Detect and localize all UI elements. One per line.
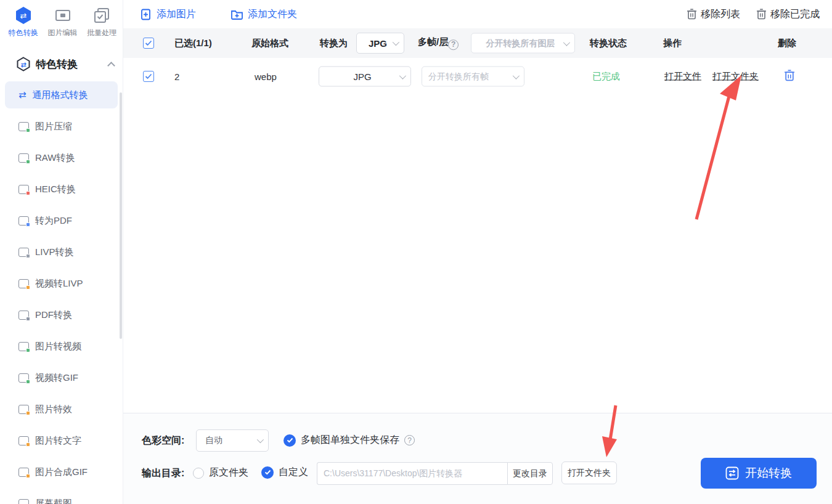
source-folder-radio[interactable] bbox=[193, 468, 204, 479]
tab-label: 特色转换 bbox=[9, 28, 38, 38]
photo-effect-icon bbox=[18, 405, 29, 414]
sidebar-item-label: LIVP转换 bbox=[35, 246, 74, 258]
row-checkbox[interactable] bbox=[143, 71, 154, 82]
help-icon[interactable]: ? bbox=[448, 39, 459, 50]
chevron-down-icon bbox=[399, 72, 406, 79]
settings-panel: 色彩空间: 自动 多帧图单独文件夹保存 ? 输出目录: 原文件夹 自定义 C:\ bbox=[123, 413, 832, 504]
color-space-value: 自动 bbox=[203, 435, 257, 446]
open-output-folder-button[interactable]: 打开文件夹 bbox=[561, 461, 617, 484]
sidebar-item-label: RAW转换 bbox=[35, 152, 75, 164]
collapse-caret-icon[interactable] bbox=[107, 62, 115, 70]
add-image-button[interactable]: 添加图片 bbox=[141, 8, 196, 21]
multi-frame-label: 多帧/层 bbox=[418, 36, 448, 47]
convert-icon bbox=[725, 466, 739, 480]
color-space-label: 色彩空间: bbox=[142, 434, 184, 447]
tab-label: 图片编辑 bbox=[48, 28, 78, 38]
add-image-label: 添加图片 bbox=[157, 8, 196, 21]
remove-list-button[interactable]: 移除列表 bbox=[687, 8, 740, 21]
source-folder-label: 原文件夹 bbox=[209, 466, 248, 479]
row-count: 2 bbox=[174, 71, 179, 82]
output-path-input[interactable]: C:\Users\31177\Desktop\图片转换器 bbox=[317, 462, 507, 485]
help-icon[interactable]: ? bbox=[404, 435, 415, 445]
row-target-format-select[interactable]: JPG bbox=[319, 67, 411, 87]
table-header: 已选(1/1) 原始格式 转换为 JPG 多帧/层? 分开转换所有图层 转换状态… bbox=[123, 28, 832, 58]
row-target-value: JPG bbox=[325, 71, 399, 82]
sidebar-item-image-to-text[interactable]: 图片转文字 bbox=[5, 427, 118, 454]
sidebar-item-image-compress[interactable]: 图片压缩 bbox=[5, 113, 118, 140]
column-source-format: 原始格式 bbox=[251, 38, 288, 49]
sidebar-item-pdf-convert[interactable]: PDF转换 bbox=[5, 301, 118, 328]
trash-icon bbox=[687, 9, 697, 20]
sidebar-item-to-pdf[interactable]: 转为PDF bbox=[5, 207, 118, 234]
app-window: ⇄ 特色转换 图片编辑 批量处理 ⇄ 特色转换 bbox=[0, 0, 832, 504]
sidebar-menu: ⇄ 通用格式转换 图片压缩 RAW转换 HEIC转换 转为PDF LIVP bbox=[0, 78, 123, 504]
trash-icon bbox=[756, 9, 767, 20]
sidebar-item-livp-convert[interactable]: LIVP转换 bbox=[5, 238, 118, 266]
sidebar-item-label: 视频转GIF bbox=[35, 372, 78, 384]
color-space-select[interactable]: 自动 bbox=[196, 429, 269, 452]
tab-image-edit[interactable]: 图片编辑 bbox=[46, 6, 80, 38]
open-folder-link[interactable]: 打开文件夹 bbox=[712, 71, 759, 83]
svg-text:⇄: ⇄ bbox=[20, 11, 27, 20]
chevron-down-icon bbox=[563, 39, 570, 46]
tab-batch-process[interactable]: 批量处理 bbox=[84, 6, 119, 38]
format-convert-icon: ⇄ bbox=[18, 89, 27, 100]
image-to-gif-icon bbox=[18, 468, 29, 477]
sidebar-item-video-to-livp[interactable]: 视频转LIVP bbox=[5, 270, 118, 297]
sidebar-item-image-to-video[interactable]: 图片转视频 bbox=[5, 333, 118, 360]
multi-frame-save-label: 多帧图单独文件夹保存 bbox=[301, 434, 399, 447]
sidebar-item-heic-convert[interactable]: HEIC转换 bbox=[5, 176, 118, 203]
sidebar-item-label: 图片转文字 bbox=[35, 435, 81, 447]
pdf-convert-icon bbox=[18, 311, 29, 320]
column-multi-frame: 多帧/层? bbox=[418, 36, 459, 50]
add-folder-button[interactable]: 添加文件夹 bbox=[230, 8, 297, 21]
chevron-down-icon bbox=[513, 72, 520, 79]
remove-done-button[interactable]: 移除已完成 bbox=[756, 8, 820, 21]
sidebar-item-label: 屏幕截图 bbox=[35, 498, 72, 504]
livp-convert-icon bbox=[18, 248, 29, 257]
sidebar-item-photo-effect[interactable]: 照片特效 bbox=[5, 396, 118, 423]
tab-feature-convert[interactable]: ⇄ 特色转换 bbox=[6, 6, 41, 38]
sidebar-section-header[interactable]: ⇄ 特色转换 bbox=[0, 43, 123, 78]
sidebar-item-label: 通用格式转换 bbox=[33, 89, 88, 101]
image-compress-icon bbox=[18, 122, 29, 131]
sidebar-item-raw-convert[interactable]: RAW转换 bbox=[5, 144, 118, 171]
batch-process-icon bbox=[92, 6, 111, 25]
column-selected: 已选(1/1) bbox=[174, 38, 212, 49]
sidebar-item-format-convert[interactable]: ⇄ 通用格式转换 bbox=[5, 81, 118, 108]
main-panel: 添加图片 添加文件夹 移除列表 移除已完成 已选(1/1) 原始格式 bbox=[123, 0, 832, 504]
sidebar-item-image-to-gif[interactable]: 图片合成GIF bbox=[5, 458, 118, 486]
sidebar-scrollbar[interactable] bbox=[120, 92, 122, 339]
trash-icon bbox=[784, 70, 795, 81]
sidebar-item-video-to-gif[interactable]: 视频转GIF bbox=[5, 364, 118, 391]
remove-done-label: 移除已完成 bbox=[770, 8, 820, 21]
start-convert-label: 开始转换 bbox=[745, 465, 792, 481]
image-to-text-icon bbox=[18, 436, 29, 445]
add-folder-icon bbox=[230, 9, 243, 20]
column-convert-to: 转换为 bbox=[320, 38, 348, 49]
feature-convert-icon: ⇄ bbox=[14, 6, 33, 25]
sidebar-item-label: 转为PDF bbox=[35, 215, 72, 227]
header-target-format-select[interactable]: JPG bbox=[356, 33, 404, 54]
row-frame-mode-select[interactable]: 分开转换所有帧 bbox=[422, 67, 524, 87]
change-dir-button[interactable]: 更改目录 bbox=[507, 462, 553, 485]
image-to-video-icon bbox=[18, 342, 29, 351]
multi-frame-save-checkbox[interactable] bbox=[283, 434, 296, 447]
sidebar-section-label: 特色转换 bbox=[36, 57, 78, 71]
sidebar-item-screenshot[interactable]: 屏幕截图 bbox=[5, 490, 118, 504]
custom-dir-checkbox[interactable] bbox=[261, 466, 274, 479]
sidebar-item-label: 照片特效 bbox=[35, 404, 72, 415]
custom-dir-label: 自定义 bbox=[279, 466, 308, 479]
tab-label: 批量处理 bbox=[87, 28, 116, 38]
header-layer-mode-select[interactable]: 分开转换所有图层 bbox=[471, 33, 575, 54]
select-all-checkbox[interactable] bbox=[143, 38, 154, 49]
raw-convert-icon bbox=[18, 153, 29, 163]
start-convert-button[interactable]: 开始转换 bbox=[701, 458, 817, 489]
list-toolbar: 添加图片 添加文件夹 移除列表 移除已完成 bbox=[123, 0, 832, 28]
row-delete-button[interactable] bbox=[784, 70, 795, 83]
heic-convert-icon bbox=[18, 185, 29, 194]
sidebar: ⇄ 特色转换 图片编辑 批量处理 ⇄ 特色转换 bbox=[0, 0, 123, 504]
sidebar-item-label: 图片压缩 bbox=[35, 121, 72, 132]
output-dir-label: 输出目录: bbox=[142, 467, 184, 480]
open-file-link[interactable]: 打开文件 bbox=[664, 71, 701, 83]
